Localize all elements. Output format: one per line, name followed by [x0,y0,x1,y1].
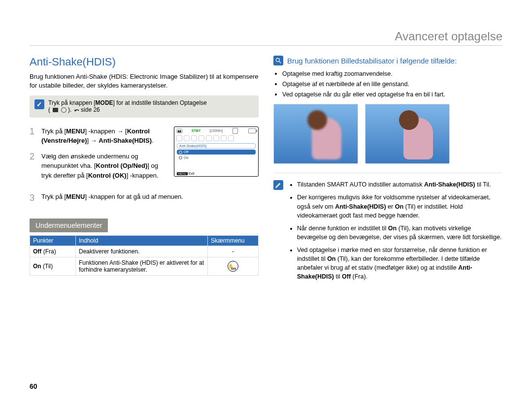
list-item: Ved optagelse når du går eller ved optag… [282,89,502,99]
submenu-table: Punkter Indhold Skærmmenu Off (Fra) Deak… [30,235,259,276]
lcd-item-on: On [177,156,256,160]
lcd-remaining: [220Min] [209,129,223,132]
steps-list: 1 Tryk på [MENU] -knappen → [Kontrol (Ve… [30,126,168,187]
arrow-icon: → [91,136,97,146]
step-text: Tryk på [MENU] -knappen for at gå ud af … [41,193,183,204]
photo-mode-icon [61,107,66,113]
lcd-screenshot: 📷 STBY [220Min] Anti-Shake(HDIS) Off On [174,126,259,177]
right-column: Brug funktionen Billedstabilisator i føl… [273,56,502,285]
lcd-footer: MENUExit [177,172,194,175]
list-item: Der korrigeres muligvis ikke for voldsom… [297,193,502,219]
right-header-row: Brug funktionen Billedstabilisator i føl… [273,56,502,65]
step-3: 3 Tryk på [MENU] -knappen for at gå ud a… [30,193,259,204]
lcd-card-icon [233,128,238,134]
col-skaermmenu: Skærmmenu [208,236,259,246]
table-row: On (Til) Funktionen Anti-Shake (HDIS) er… [30,257,259,276]
table-row: Off (Fra) Deaktiverer funktionen. - [30,246,259,257]
steps-row: 1 Tryk på [MENU] -knappen → [Kontrol (Ve… [30,126,259,187]
col-punkter: Punkter [30,236,76,246]
col-indhold: Indhold [76,236,208,246]
search-icon [273,56,283,65]
example-image-sharp [365,104,450,164]
step-text: Tryk på [MENU] -knappen → [Kontrol (Vens… [41,126,168,146]
example-images [273,104,502,164]
section-title: Anti-Shake(HDIS) [30,56,259,68]
arrow-icon: → [117,126,123,136]
list-item: Tilstanden SMART AUTO indstiller automat… [297,180,502,189]
lcd-battery-icon [248,128,256,133]
step-num: 2 [30,152,36,181]
notes-block: Tilstanden SMART AUTO indstiller automat… [273,180,502,285]
header-divider [30,45,502,46]
step-num: 1 [30,126,36,146]
intro-text: Brug funktionen Anti-Shake (HDIS: Electr… [30,72,259,90]
step-1: 1 Tryk på [MENU] -knappen → [Kontrol (Ve… [30,126,168,146]
step-text: Vælg den ønskede undermenu og menupunkte… [41,152,168,181]
video-mode-icon [53,108,58,112]
lcd-status: STBY [192,129,201,132]
example-image-blurry [273,104,358,164]
mode-tip-box: ✓ Tryk på knappen [MODE] for at indstill… [30,95,259,118]
lcd-item-off: Off [177,150,256,155]
svg-point-0 [276,58,279,62]
back-icon: ⤺ [74,107,79,114]
submenu-header: Undermenuelementer [30,219,108,232]
right-header-title: Brug funktionen Billedstabilisator i føl… [287,57,457,65]
lcd-rec-icon: 📷 [176,128,183,133]
table-header-row: Punkter Indhold Skærmmenu [30,236,259,246]
list-item: Optagelse af et nærbillede af en lille g… [282,79,502,89]
page-root: Avanceret optagelse Anti-Shake(HDIS) Bru… [0,0,532,406]
step-2: 2 Vælg den ønskede undermenu og menupunk… [30,152,168,181]
header-title: Avanceret optagelse [30,30,502,43]
lcd-tabs [174,134,258,142]
list-item: Optagelse med kraftig zoomanvendelse. [282,68,502,79]
pencil-icon [273,180,283,190]
svg-line-1 [279,62,281,63]
hdis-hand-icon: ✋DIS [228,261,238,272]
list-item: Ved optagelse i mørke med en stor forstø… [297,246,502,281]
step-num: 3 [30,193,36,204]
list-item: Når denne funktion er indstillet til On … [297,224,502,242]
use-cases-list: Optagelse med kraftig zoomanvendelse. Op… [282,68,502,99]
check-icon: ✓ [34,99,44,109]
notes-list: Tilstanden SMART AUTO indstiller automat… [297,180,502,285]
mode-tip-text: Tryk på knappen [MODE] for at indstille … [48,99,207,114]
content-columns: Anti-Shake(HDIS) Brug funktionen Anti-Sh… [30,56,502,285]
lcd-list-title: Anti-Shake(HDIS) [177,143,256,149]
left-column: Anti-Shake(HDIS) Brug funktionen Anti-Sh… [30,56,259,285]
divider [273,173,502,173]
page-number: 60 [30,382,37,390]
